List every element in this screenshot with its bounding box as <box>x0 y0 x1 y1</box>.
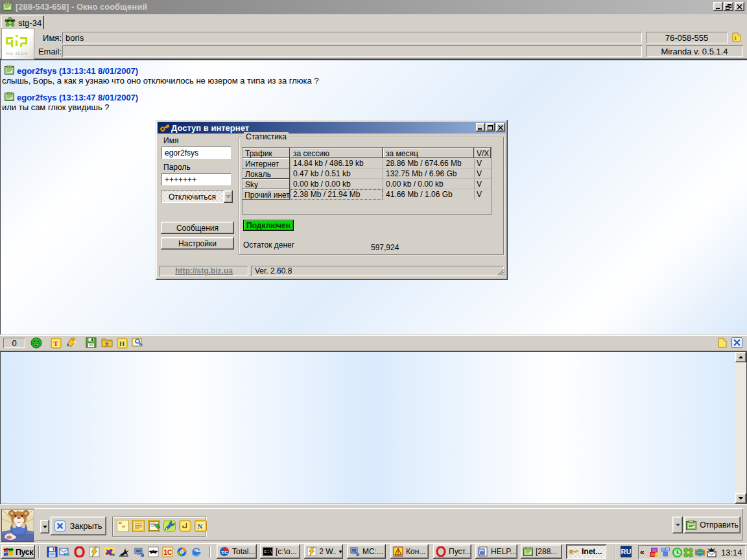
svg-text:TC: TC <box>221 550 228 555</box>
svg-text:T: T <box>54 340 59 347</box>
svg-text:1С: 1С <box>164 549 172 556</box>
svg-text:H: H <box>119 340 125 347</box>
svg-text:”: ” <box>122 524 125 531</box>
svg-text:c:\: c:\ <box>264 549 272 554</box>
svg-text:i: i <box>735 34 737 41</box>
svg-text:N: N <box>198 522 203 530</box>
svg-text:W: W <box>480 550 485 555</box>
svg-text:ТМ: ТМ <box>109 553 115 557</box>
svg-text:no icon: no icon <box>6 51 28 56</box>
